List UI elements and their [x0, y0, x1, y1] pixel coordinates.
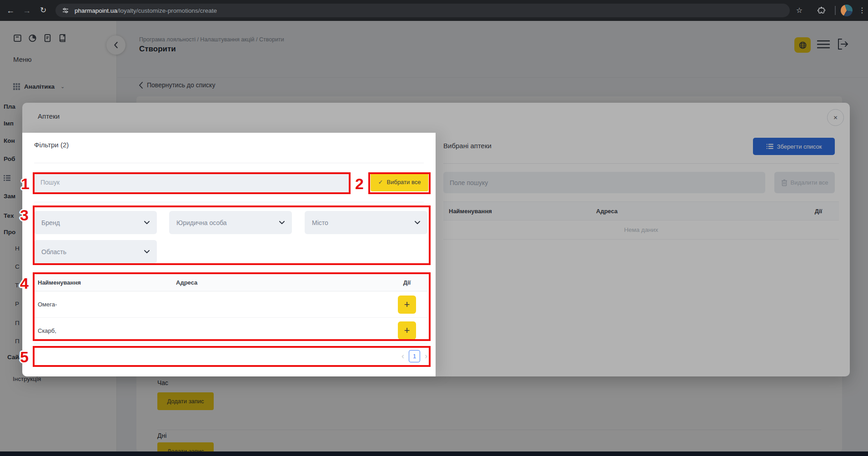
city-dropdown-label: Місто — [312, 219, 328, 226]
profile-avatar[interactable] — [841, 5, 853, 16]
filters-divider — [34, 163, 424, 163]
filters-panel: Фільтри (2) ✓ Вибрати все Бренд Юридична… — [22, 133, 436, 376]
url-path: /loyalty/customize-promotions/create — [117, 7, 217, 14]
filters-title: Фільтри (2) — [34, 141, 69, 149]
extensions-icon[interactable] — [814, 0, 828, 21]
search-input[interactable] — [34, 172, 350, 192]
check-icon: ✓ — [378, 179, 383, 185]
url-bar[interactable]: pharmapoint.ua/loyalty/customize-promoti… — [55, 4, 790, 17]
site-settings-icon[interactable] — [62, 7, 69, 14]
page: Меню Аналітика ⌄ Пла Імп Кон Роб Зам Тех… — [0, 21, 868, 456]
pagination-next-icon[interactable]: › — [425, 351, 427, 361]
browser-back-icon[interactable]: ← — [4, 0, 17, 21]
browser-forward-icon[interactable]: → — [20, 0, 34, 21]
bookmark-star-icon[interactable]: ☆ — [793, 0, 806, 21]
filters-divider-2 — [34, 202, 424, 202]
filters-table-header: Найменування Адреса Дії — [34, 273, 427, 291]
pharmacy-name: Скарб, — [38, 327, 176, 334]
brand-dropdown[interactable]: Бренд — [34, 211, 157, 234]
city-dropdown[interactable]: Місто — [305, 211, 427, 234]
pagination: ‹ 1 › — [34, 346, 427, 366]
chevron-down-icon — [144, 250, 150, 253]
brand-dropdown-label: Бренд — [41, 219, 60, 226]
toolbar-separator — [835, 6, 836, 15]
legal-entity-dropdown[interactable]: Юридична особа — [169, 211, 292, 234]
column-header-name: Найменування — [38, 279, 176, 286]
select-all-label: Вибрати все — [387, 179, 421, 185]
pagination-prev-icon[interactable]: ‹ — [401, 351, 404, 361]
url-text: pharmapoint.ua/loyalty/customize-promoti… — [75, 7, 217, 14]
add-pharmacy-button[interactable]: + — [398, 321, 416, 340]
column-header-actions: Дії — [386, 279, 427, 286]
browser-reload-icon[interactable]: ↻ — [36, 0, 50, 21]
column-header-address: Адреса — [176, 279, 386, 286]
screen: ← → ↻ pharmapoint.ua/loyalty/customize-p… — [0, 0, 868, 456]
table-row: Омега- + — [34, 291, 427, 318]
browser-menu-icon[interactable]: ⋮ — [858, 0, 867, 21]
region-dropdown[interactable]: Область — [34, 240, 157, 263]
add-pharmacy-button[interactable]: + — [398, 296, 416, 314]
chevron-down-icon — [144, 221, 150, 224]
region-dropdown-label: Область — [41, 248, 66, 256]
table-row: Скарб, + — [34, 318, 427, 344]
url-host: pharmapoint.ua — [75, 7, 117, 14]
pharmacy-name: Омега- — [38, 301, 176, 308]
select-all-button[interactable]: ✓ Вибрати все — [371, 173, 428, 191]
pagination-page-1[interactable]: 1 — [409, 350, 420, 362]
legal-entity-dropdown-label: Юридична особа — [176, 219, 227, 226]
chevron-down-icon — [279, 221, 285, 224]
browser-toolbar: ← → ↻ pharmapoint.ua/loyalty/customize-p… — [0, 0, 868, 21]
chevron-down-icon — [415, 221, 420, 224]
